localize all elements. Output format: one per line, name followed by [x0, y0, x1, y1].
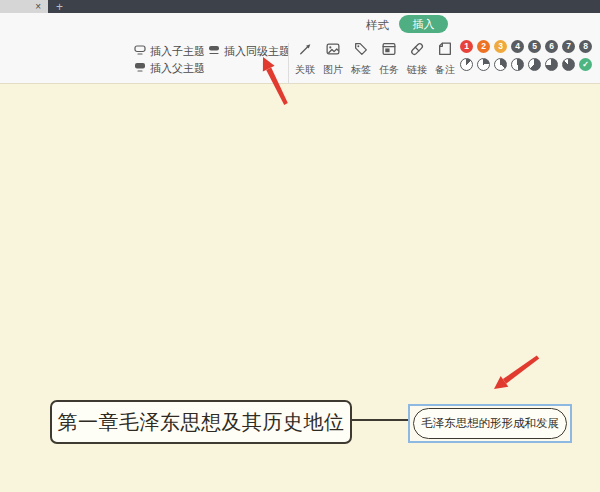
tab-insert[interactable]: 插入: [399, 15, 448, 33]
tag-icon: [353, 41, 369, 61]
progress-badge-5-8[interactable]: [528, 58, 541, 71]
insert-button-3[interactable]: 插入同级主题: [208, 44, 290, 59]
insert-child-topic-icon: [134, 45, 146, 58]
priority-badge-5[interactable]: 5: [528, 40, 541, 53]
badge-group: 12345678 ✓: [460, 40, 592, 76]
plus-icon: +: [56, 0, 63, 14]
main-topic-node[interactable]: 第一章毛泽东思想及其历史地位: [50, 400, 352, 444]
task-done-badge[interactable]: ✓: [579, 58, 592, 71]
progress-badge-6-8[interactable]: [545, 58, 558, 71]
progress-badge-4-8[interactable]: [511, 58, 524, 71]
tool-tag[interactable]: 标签: [347, 41, 375, 77]
tool-link[interactable]: 链接: [403, 41, 431, 77]
mindmap-app-window: × + 样式 插入 插入子主题插入父主题插入同级主题 关联图片标签任务链接备注 …: [0, 0, 600, 492]
tool-task[interactable]: 任务: [375, 41, 403, 77]
close-tab-icon[interactable]: ×: [35, 2, 41, 12]
tool-button-group: 关联图片标签任务链接备注: [291, 41, 459, 77]
insert-button-2[interactable]: 插入父主题: [134, 61, 205, 76]
window-tab-bar: × +: [0, 0, 600, 13]
priority-badge-3[interactable]: 3: [494, 40, 507, 53]
priority-badge-7[interactable]: 7: [562, 40, 575, 53]
active-document-tab[interactable]: ×: [0, 0, 48, 13]
relation-arrow-icon: [297, 41, 313, 61]
ribbon-toolbar: 样式 插入 插入子主题插入父主题插入同级主题 关联图片标签任务链接备注 1234…: [0, 13, 600, 84]
toolbar-divider: [288, 43, 289, 85]
image-icon: [325, 41, 341, 61]
priority-badge-8[interactable]: 8: [579, 40, 592, 53]
progress-badge-row: ✓: [460, 58, 592, 71]
priority-badge-4[interactable]: 4: [511, 40, 524, 53]
progress-badge-7-8[interactable]: [562, 58, 575, 71]
progress-badge-3-8[interactable]: [494, 58, 507, 71]
insert-sibling-topic-icon: [208, 45, 220, 58]
task-icon: [381, 41, 397, 61]
link-icon: [409, 41, 425, 61]
progress-badge-1-8[interactable]: [460, 58, 473, 71]
tool-relation-arrow[interactable]: 关联: [291, 41, 319, 77]
priority-badge-2[interactable]: 2: [477, 40, 490, 53]
insert-button-1[interactable]: 插入子主题: [134, 44, 205, 59]
new-tab-button[interactable]: +: [56, 0, 63, 13]
tool-note[interactable]: 备注: [431, 41, 459, 77]
note-icon: [437, 41, 453, 61]
priority-badge-row: 12345678: [460, 40, 592, 53]
priority-badge-6[interactable]: 6: [545, 40, 558, 53]
progress-badge-2-8[interactable]: [477, 58, 490, 71]
topic-connector-line: [352, 419, 409, 421]
sub-topic-node[interactable]: 毛泽东思想的形形成和发展: [413, 408, 567, 439]
insert-parent-topic-icon: [134, 62, 146, 75]
tool-image[interactable]: 图片: [319, 41, 347, 77]
tab-style[interactable]: 样式: [366, 18, 389, 33]
priority-badge-1[interactable]: 1: [460, 40, 473, 53]
